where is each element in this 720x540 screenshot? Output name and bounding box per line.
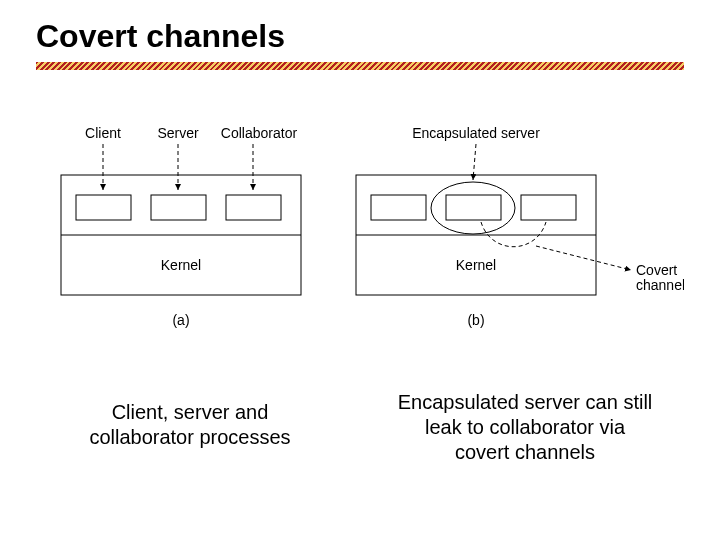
caption-a: Client, server and collaborator processe… bbox=[60, 400, 320, 450]
box-collaborator bbox=[226, 195, 281, 220]
label-collaborator: Collaborator bbox=[221, 125, 298, 141]
label-encapsulated: Encapsulated server bbox=[412, 125, 540, 141]
figure-a: Kernel Client Server Collaborator (a) bbox=[61, 125, 301, 328]
covert-channel-arc bbox=[481, 222, 546, 247]
label-client: Client bbox=[85, 125, 121, 141]
label-server: Server bbox=[157, 125, 199, 141]
slide-title: Covert channels bbox=[36, 18, 285, 55]
diagram-svg: Kernel Client Server Collaborator (a) Ke… bbox=[36, 120, 684, 350]
caption-b-line1: Encapsulated server can still bbox=[398, 391, 653, 413]
kernel-label-a: Kernel bbox=[161, 257, 201, 273]
figure-b: Kernel Encapsulated server Covert channe… bbox=[356, 125, 684, 328]
title-underline bbox=[36, 62, 684, 70]
figure-tag-a: (a) bbox=[172, 312, 189, 328]
covert-channel-label-1: Covert bbox=[636, 262, 677, 278]
caption-b-line2: leak to collaborator via bbox=[425, 416, 625, 438]
box-client-b bbox=[371, 195, 426, 220]
box-server-b bbox=[446, 195, 501, 220]
caption-b: Encapsulated server can still leak to co… bbox=[370, 390, 680, 465]
caption-b-line3: covert channels bbox=[455, 441, 595, 463]
box-collaborator-b bbox=[521, 195, 576, 220]
figure-tag-b: (b) bbox=[467, 312, 484, 328]
kernel-label-b: Kernel bbox=[456, 257, 496, 273]
box-server bbox=[151, 195, 206, 220]
svg-line-8 bbox=[536, 246, 631, 270]
covert-channel-label-2: channel bbox=[636, 277, 684, 293]
box-client bbox=[76, 195, 131, 220]
encapsulation-ring bbox=[431, 182, 515, 234]
